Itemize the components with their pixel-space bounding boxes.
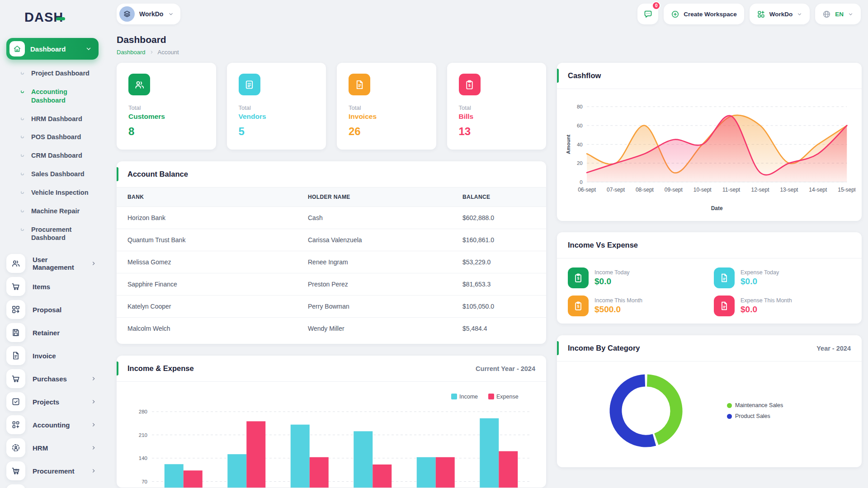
sidebar-item-accounting[interactable]: Accounting (6, 415, 99, 435)
card-title: Income By Category (568, 344, 640, 352)
cell-holder: Perry Bowman (297, 296, 452, 318)
stat-prefix: Total (239, 104, 315, 111)
sidebar-subitem-machine-repair[interactable]: Machine Repair (6, 202, 99, 221)
svg-text:80: 80 (577, 104, 583, 109)
cell-bank: Katelyn Cooper (117, 296, 297, 318)
ive-value: $0.0 (741, 305, 792, 314)
sidebar-item-items[interactable]: Items (6, 277, 99, 296)
page-title: Dashboard (117, 34, 862, 45)
sidebar-item-proposal[interactable]: Proposal (6, 300, 99, 319)
sidebar[interactable]: DASH Dashboard Project Dashboard Account… (0, 0, 105, 488)
svg-text:20: 20 (577, 160, 583, 166)
sidebar-item-label: Dashboard (30, 45, 80, 53)
sidebar-item-label: Proposal (33, 306, 99, 314)
ive-tile-income-today: $ Income Today $0.0 (568, 267, 705, 288)
chevron-down-icon (168, 11, 174, 17)
column-header: BANK (117, 188, 297, 207)
sidebar-menu: User Management Items Proposal Retainer … (0, 250, 105, 488)
workdo-menu-button[interactable]: WorkDo (750, 4, 810, 24)
sidebar-subitem-project-dashboard[interactable]: Project Dashboard (6, 64, 99, 83)
cell-bank: Sapphire Finance (117, 273, 297, 296)
cell-bank: Horizon Bank (117, 207, 297, 229)
sidebar-subitem-sales-dashboard[interactable]: Sales Dashboard (6, 165, 99, 183)
cashflow-area-chart: 80604020006-sept07-sept08-sept09-sept10-… (557, 89, 862, 213)
card-title: Income Vs Expense (568, 241, 638, 249)
svg-text:15-sept: 15-sept (838, 187, 855, 193)
sidebar-subitem-hrm-dashboard[interactable]: HRM Dashboard (6, 110, 99, 128)
sidebar-item-purchases[interactable]: Purchases (6, 369, 99, 389)
sidebar-item-label: Accounting (33, 421, 83, 429)
stat-card-customers: Total Customers 8 (117, 63, 216, 150)
sidebar-subitem-vehicle-inspection[interactable]: Vehicle Inspection (6, 183, 99, 202)
svg-text:$: $ (577, 277, 580, 281)
users-icon (11, 259, 20, 268)
sidebar-item-projects[interactable]: Projects (6, 392, 99, 412)
sidebar-subitem-label: POS Dashboard (31, 133, 81, 141)
logo-accent (56, 17, 65, 20)
workdo-menu-label: WorkDo (769, 11, 793, 18)
svg-text:11-sept: 11-sept (722, 187, 741, 193)
ive-tile-expense-this-month: Expense This Month $0.0 (714, 296, 851, 316)
dot-icon (20, 134, 25, 139)
sidebar-item-pos[interactable]: POS (6, 484, 99, 488)
ive-value: $0.0 (594, 277, 630, 286)
chevron-right-icon (90, 468, 97, 474)
home-icon (13, 45, 21, 53)
sidebar-subitem-accounting-dashboard[interactable]: Accounting Dashboard (6, 83, 99, 110)
chevron-right-icon (90, 422, 97, 428)
globe-icon (822, 10, 831, 19)
card-title: Cashflow (568, 71, 601, 80)
grid-plus-icon (11, 420, 20, 429)
stats-row: Total Customers 8 Total Vendors 5 Total … (117, 63, 546, 150)
invoice-icon (11, 351, 20, 360)
create-workspace-button[interactable]: Create Workspace (664, 4, 744, 24)
note-icon (244, 80, 255, 90)
income-expense-card: Income & Expense Current Year - 2024 280… (117, 356, 546, 488)
account-balance-card: Account Balance BANK HOLDER NAME BALANCE… (117, 161, 546, 344)
svg-text:280: 280 (139, 409, 147, 414)
language-selector[interactable]: EN (815, 4, 861, 24)
sidebar-subitem-pos-dashboard[interactable]: POS Dashboard (6, 128, 99, 146)
app-logo[interactable]: DASH (0, 6, 105, 28)
svg-text:0: 0 (580, 179, 582, 185)
check-square-icon (11, 397, 20, 406)
cell-holder: Renee Ingram (297, 251, 452, 273)
table-row: Horizon Bank Cash $602,888.0 (117, 207, 546, 229)
chat-icon (643, 9, 653, 19)
cell-holder: Cash (297, 207, 452, 229)
dot-icon (20, 171, 25, 176)
sidebar-item-user-management[interactable]: User Management (6, 253, 99, 273)
legend-item-maintenance-sales: Maintenance Sales (727, 402, 783, 408)
sidebar-item-invoice[interactable]: Invoice (6, 346, 99, 366)
svg-text:40: 40 (577, 142, 583, 147)
messages-button[interactable]: 0 (637, 4, 658, 24)
dot-icon (20, 116, 25, 121)
chevron-down-icon (848, 11, 854, 17)
cell-balance: $5,484.4 (452, 318, 546, 340)
sidebar-subitem-label: Procurement Dashboard (31, 225, 94, 243)
cart-icon (11, 282, 20, 291)
stat-value: 13 (459, 125, 535, 138)
sidebar-item-retainer[interactable]: Retainer (6, 323, 99, 343)
stat-prefix: Total (128, 104, 204, 111)
svg-text:Date: Date (711, 205, 723, 211)
sidebar-subitem-label: Machine Repair (31, 207, 80, 216)
svg-text:$: $ (577, 305, 580, 309)
sidebar-subitem-procurement-dashboard[interactable]: Procurement Dashboard (6, 221, 99, 248)
sidebar-item-procurement[interactable]: Procurement (6, 461, 99, 481)
workspace-avatar (119, 6, 135, 22)
sidebar-item-dashboard[interactable]: Dashboard (6, 38, 99, 60)
svg-text:14-sept: 14-sept (809, 187, 827, 193)
procurement-icon (11, 466, 20, 475)
sidebar-item-hrm[interactable]: HRM (6, 438, 99, 458)
workspace-switcher[interactable]: WorkDo (117, 4, 180, 24)
breadcrumb-dashboard-link[interactable]: Dashboard (117, 49, 146, 56)
svg-text:07-sept: 07-sept (607, 187, 625, 193)
sidebar-subitem-label: Project Dashboard (31, 69, 90, 78)
language-label: EN (835, 11, 844, 18)
sidebar-subitem-crm-dashboard[interactable]: CRM Dashboard (6, 146, 99, 165)
legend-label: Product Sales (735, 413, 770, 419)
svg-text:09-sept: 09-sept (665, 187, 683, 193)
cell-holder: Carissa Valenzuela (297, 229, 452, 251)
svg-text:12-sept: 12-sept (751, 187, 770, 193)
